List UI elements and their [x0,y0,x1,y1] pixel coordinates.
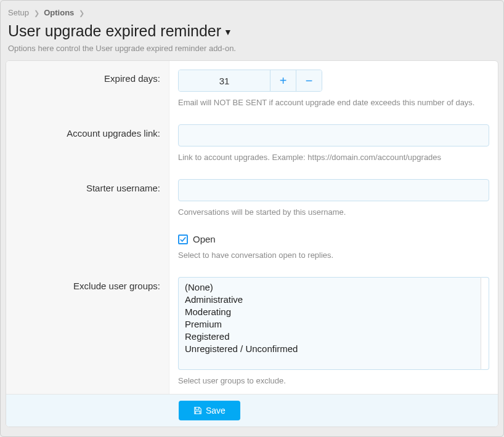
check-icon [180,236,186,243]
hint-starter-username: Conversations will be started by this us… [178,207,489,217]
hint-open: Select to have conversation open to repl… [178,251,489,260]
row-exclude-groups: Exclude user groups: (None) Administrati… [6,268,498,394]
breadcrumb: Setup ❯ Options ❯ [1,1,503,21]
breadcrumb-options[interactable]: Options [44,8,74,17]
stepper-minus-button[interactable]: − [296,70,322,91]
expired-days-input[interactable] [179,70,270,91]
label-exclude-groups: Exclude user groups: [6,268,169,394]
chevron-right-icon: ❯ [79,9,84,17]
expired-days-stepper: + − [178,70,322,92]
upgrades-link-input[interactable] [178,124,489,146]
list-item[interactable]: Premium [185,318,474,331]
list-item[interactable]: (None) [185,281,474,294]
row-starter-username: Starter username: Conversations will be … [6,170,498,225]
row-expired-days: Expired days: + − Email will NOT BE SENT… [6,61,498,116]
label-starter-username: Starter username: [6,170,169,225]
hint-upgrades-link: Link to account upgrades. Example: https… [178,153,489,162]
open-label: Open [193,234,216,244]
list-item[interactable]: Moderating [185,306,474,318]
chevron-right-icon: ❯ [34,9,39,17]
starter-username-input[interactable] [178,179,489,201]
label-upgrades-link: Account upgrades link: [6,116,169,170]
row-upgrades-link: Account upgrades link: Link to account u… [6,116,498,170]
stepper-plus-button[interactable]: + [270,70,296,91]
save-button[interactable]: Save [179,401,240,420]
row-open: Open Select to have conversation open to… [6,225,498,268]
options-panel: Expired days: + − Email will NOT BE SENT… [6,60,498,427]
exclude-groups-select[interactable]: (None) Administrative Moderating Premium… [178,277,481,370]
breadcrumb-setup[interactable]: Setup [8,8,29,17]
save-button-label: Save [206,406,226,415]
label-expired-days: Expired days: [6,61,169,116]
minus-icon: − [306,74,313,88]
page-title[interactable]: User upgrade expired reminder▼ [1,21,503,42]
hint-exclude-groups: Select user groups to exclude. [178,376,489,385]
list-item[interactable]: Unregistered / Unconfirmed [185,343,474,355]
page-title-text: User upgrade expired reminder [8,22,221,39]
page-description: Options here control the User upgrade ex… [1,42,503,60]
scrollbar[interactable] [481,277,489,370]
caret-down-icon: ▼ [224,27,232,37]
plus-icon: + [280,74,287,88]
save-icon [193,406,202,415]
list-item[interactable]: Registered [185,331,474,343]
list-item[interactable]: Administrative [185,294,474,306]
hint-expired-days: Email will NOT BE SENT if account upgrad… [178,98,489,107]
open-checkbox[interactable] [178,235,188,244]
label-open-empty [6,225,169,268]
footer-bar: Save [6,394,498,427]
